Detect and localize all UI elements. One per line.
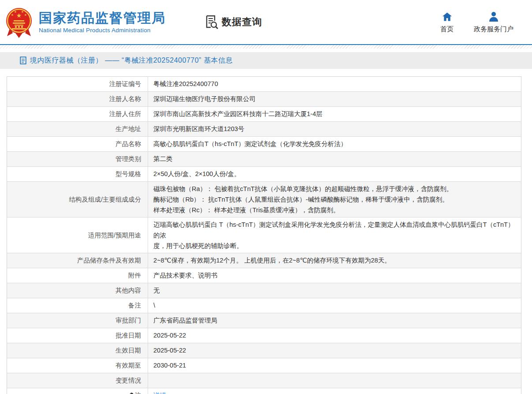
- value-line: 深圳迈瑞生物医疗电子股份有限公司: [153, 95, 517, 103]
- registration-info-table: 注册证编号粤械注准20252400770注册人名称深圳迈瑞生物医疗电子股份有限公…: [7, 76, 521, 394]
- table-row: 产品名称高敏心肌肌钙蛋白T（hs-cTnT）测定试剂盒（化学发光免疫分析法）: [7, 137, 521, 152]
- value-line: 酶标记物（Rb）： 抗cTnT抗体（人鼠重组嵌合抗体）-碱性磷酸酶标记物，稀释于…: [153, 194, 517, 205]
- row-label: 审批部门: [7, 313, 148, 328]
- user-icon: [488, 11, 499, 22]
- table-row: 批准日期2025-05-22: [7, 328, 521, 343]
- row-label: 生产地址: [7, 122, 148, 137]
- value-line: 2~8℃保存，有效期为12个月。 上机使用后，在2~8℃的储存环境下有效期为28…: [153, 256, 517, 265]
- table-row: 结构及组成/主要组成成分磁珠包被物（Ra）： 包被着抗cTnT抗体（小鼠单克隆抗…: [7, 182, 521, 218]
- row-label: 产品名称: [7, 137, 148, 152]
- page: ★ ★ ★ ★ ★ 国家药品监督管理局 National Medical Pro…: [0, 0, 532, 394]
- row-value: 2025-05-22: [148, 343, 521, 358]
- value-line: 磁珠包被物（Ra）： 包被着抗cTnT抗体（小鼠单克隆抗体）的超顺磁性微粒，悬浮…: [153, 184, 517, 194]
- breadcrumb: 境内医疗器械（注册） —— “粤械注准20252400770” 基本信息: [0, 52, 532, 69]
- value-line: 2025-05-22: [153, 346, 517, 355]
- row-label: 有效期至: [7, 358, 148, 373]
- header-nav: 首页 政务服务门户: [440, 11, 513, 34]
- row-value: 迈瑞高敏心肌肌钙蛋白 T（hs-cTnT）测定试剂盒采用化学发光免疫分析法，定量…: [148, 218, 521, 253]
- row-label: 管理类别: [7, 152, 148, 167]
- row-value: 深圳市南山区高新技术产业园区科技南十二路迈瑞大厦1-4层: [148, 107, 521, 122]
- home-icon: [442, 11, 452, 22]
- nav-portal-label: 政务服务门户: [474, 25, 513, 34]
- data-query-title[interactable]: 数据查询: [205, 15, 262, 30]
- hatch-strip: [0, 45, 532, 49]
- row-label: 注册证编号: [7, 77, 148, 92]
- row-value: 深圳迈瑞生物医疗电子股份有限公司: [148, 92, 521, 107]
- nmpa-logo[interactable]: ★ ★ ★ ★ ★ 国家药品监督管理局 National Medical Pro…: [4, 6, 166, 38]
- table-row: 有效期至2030-05-21: [7, 358, 521, 373]
- nav-home[interactable]: 首页: [440, 11, 454, 34]
- row-label: 其他内容: [7, 283, 148, 298]
- value-line: 度，用于心肌梗死的辅助诊断。: [153, 240, 517, 251]
- row-label: 注册人住所: [7, 107, 148, 122]
- table-row: 管理类别第二类: [7, 152, 521, 167]
- document-icon: [20, 56, 26, 64]
- row-value: 深圳市光明新区南环大道1203号: [148, 122, 521, 137]
- row-label: 附件: [7, 268, 148, 283]
- main-content: 注册证编号粤械注准20252400770注册人名称深圳迈瑞生物医疗电子股份有限公…: [0, 69, 532, 394]
- row-label: 备注: [7, 298, 148, 313]
- gap: [0, 49, 532, 52]
- value-line: 迈瑞高敏心肌肌钙蛋白 T（hs-cTnT）测定试剂盒采用化学发光免疫分析法，定量…: [153, 219, 517, 240]
- row-value: 2~8℃保存，有效期为12个月。 上机使用后，在2~8℃的储存环境下有效期为28…: [148, 253, 521, 268]
- table-row: 变更情况: [7, 373, 521, 388]
- row-value: 高敏心肌肌钙蛋白T（hs-cTnT）测定试剂盒（化学发光免疫分析法）: [148, 137, 521, 152]
- row-value: \: [148, 298, 521, 313]
- row-value: 2030-05-21: [148, 358, 521, 373]
- table-row: 备注\: [7, 298, 521, 313]
- nav-portal[interactable]: 政务服务门户: [474, 11, 513, 34]
- row-value: 产品技术要求、说明书: [148, 268, 521, 283]
- table-row: 生效日期2025-05-22: [7, 343, 521, 358]
- row-label: 注: [7, 388, 148, 394]
- row-value: 广东省药品监督管理局: [148, 313, 521, 328]
- value-line: 无: [153, 286, 517, 295]
- svg-text:★: ★: [21, 10, 24, 13]
- row-value: [148, 373, 521, 388]
- table-row: 产品储存条件及有效期2~8℃保存，有效期为12个月。 上机使用后，在2~8℃的储…: [7, 253, 521, 268]
- svg-text:★: ★: [14, 10, 17, 13]
- table-row: 审批部门广东省药品监督管理局: [7, 313, 521, 328]
- org-name-en: National Medical Products Administration: [39, 27, 166, 34]
- svg-text:★: ★: [11, 13, 14, 16]
- row-value: 2×50人份/盒、2×100人份/盒。: [148, 167, 521, 182]
- value-line: 第二类: [153, 155, 517, 163]
- row-label: 产品储存条件及有效期: [7, 253, 148, 268]
- data-query-icon: [205, 15, 219, 30]
- value-line: 产品技术要求、说明书: [153, 271, 517, 280]
- row-label: 生效日期: [7, 343, 148, 358]
- row-value: 详情: [148, 388, 521, 394]
- value-line: 2×50人份/盒、2×100人份/盒。: [153, 170, 517, 178]
- detail-link[interactable]: 详情: [153, 392, 166, 394]
- value-line: \: [153, 301, 517, 310]
- table-row: 其他内容无: [7, 283, 521, 298]
- org-name-cn: 国家药品监督管理局: [39, 11, 166, 26]
- row-label: 适用范围/预期用途: [7, 218, 148, 253]
- row-value: 粤械注准20252400770: [148, 77, 521, 92]
- value-line: 粤械注准20252400770: [153, 80, 517, 88]
- row-label: 注册人名称: [7, 92, 148, 107]
- value-line: 深圳市南山区高新技术产业园区科技南十二路迈瑞大厦1-4层: [153, 110, 517, 118]
- row-value: 2025-05-22: [148, 328, 521, 343]
- breadcrumb-text: 境内医疗器械（注册） —— “粤械注准20252400770” 基本信息: [30, 56, 233, 65]
- value-line: 广东省药品监督管理局: [153, 316, 517, 325]
- table-row: 附件产品技术要求、说明书: [7, 268, 521, 283]
- table-row: 注册人名称深圳迈瑞生物医疗电子股份有限公司: [7, 92, 521, 107]
- row-label: 批准日期: [7, 328, 148, 343]
- national-emblem-icon: ★ ★ ★ ★ ★: [4, 7, 33, 38]
- table-row: 生产地址深圳市光明新区南环大道1203号: [7, 122, 521, 137]
- table-row: 注详情: [7, 388, 521, 394]
- value-line: 2030-05-21: [153, 361, 517, 370]
- row-label: 型号规格: [7, 167, 148, 182]
- row-value: 磁珠包被物（Ra）： 包被着抗cTnT抗体（小鼠单克隆抗体）的超顺磁性微粒，悬浮…: [148, 182, 521, 218]
- table-row: 注册人住所深圳市南山区高新技术产业园区科技南十二路迈瑞大厦1-4层: [7, 107, 521, 122]
- value-line: 深圳市光明新区南环大道1203号: [153, 125, 517, 133]
- table-row: 注册证编号粤械注准20252400770: [7, 77, 521, 92]
- row-value: 第二类: [148, 152, 521, 167]
- value-line: 高敏心肌肌钙蛋白T（hs-cTnT）测定试剂盒（化学发光免疫分析法）: [153, 140, 517, 148]
- table-row: 适用范围/预期用途迈瑞高敏心肌肌钙蛋白 T（hs-cTnT）测定试剂盒采用化学发…: [7, 218, 521, 253]
- value-line: 样本处理液（Rc）： 样本处理液（Tris基质缓冲液），含防腐剂。: [153, 205, 517, 215]
- org-names: 国家药品监督管理局 National Medical Products Admi…: [39, 11, 166, 34]
- row-value: 无: [148, 283, 521, 298]
- svg-text:★: ★: [24, 13, 27, 16]
- value-line: 2025-05-22: [153, 331, 517, 340]
